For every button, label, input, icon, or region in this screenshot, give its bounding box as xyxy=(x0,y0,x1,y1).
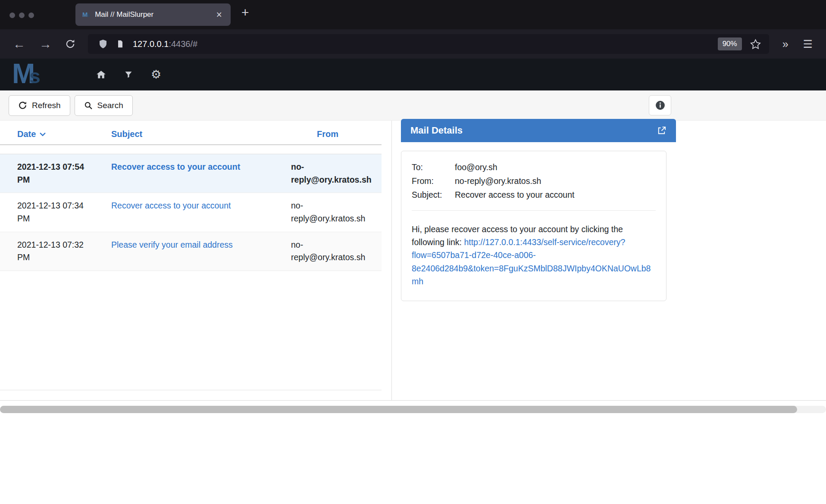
shield-icon[interactable] xyxy=(94,38,112,50)
mail-body: Hi, please recover access to your accoun… xyxy=(412,223,656,288)
external-link-icon[interactable] xyxy=(657,126,666,136)
settings-button[interactable]: ⚙ xyxy=(146,69,166,81)
search-label: Search xyxy=(97,101,123,110)
to-value: foo@ory.sh xyxy=(455,162,656,172)
mail-date: 2021-12-13 07:34 PM xyxy=(17,199,111,225)
gear-icon: ⚙ xyxy=(151,69,161,81)
page-info-icon[interactable] xyxy=(112,39,128,49)
column-header-date[interactable]: Date xyxy=(17,129,111,139)
window-control-dot[interactable] xyxy=(28,12,34,18)
mail-date: 2021-12-13 07:54 PM xyxy=(17,161,111,186)
info-icon xyxy=(655,100,666,111)
mail-list: Date Subject From 2021-12-13 07:54 PM Re… xyxy=(0,121,382,390)
app-navbar: M s ⚙ xyxy=(0,59,826,90)
subject-label: Subject: xyxy=(412,190,455,200)
mail-subject-link[interactable]: Recover access to your account xyxy=(111,199,291,225)
mailslurper-favicon-icon: Ms xyxy=(82,11,90,19)
mail-subject-link[interactable]: Please verify your email address xyxy=(111,239,291,264)
column-header-subject: Subject xyxy=(111,129,291,139)
main-content: Date Subject From 2021-12-13 07:54 PM Re… xyxy=(0,121,826,401)
filter-icon xyxy=(124,70,133,79)
mail-date: 2021-12-13 07:32 PM xyxy=(17,239,111,264)
mail-row[interactable]: 2021-12-13 07:34 PM Recover access to yo… xyxy=(0,193,382,232)
mail-list-header: Date Subject From xyxy=(0,121,382,145)
mail-details-header: Mail Details xyxy=(401,119,676,142)
from-value: no-reply@ory.kratos.sh xyxy=(455,176,656,186)
action-bar: Refresh Search xyxy=(0,90,826,121)
reload-icon xyxy=(65,38,76,50)
sort-chevron-down-icon xyxy=(39,131,47,138)
mail-from: no-reply@ory.kratos.sh xyxy=(291,199,369,225)
browser-toolbar: ← → 127.0.0.1:4436/# 90% » ☰ xyxy=(0,29,826,59)
zoom-indicator[interactable]: 90% xyxy=(718,37,742,50)
window-control-dot[interactable] xyxy=(19,12,25,18)
tab-close-icon[interactable]: × xyxy=(215,9,224,21)
mail-details-panel: Mail Details To: foo@ory.sh From: no-rep… xyxy=(401,119,676,301)
filter-button[interactable] xyxy=(119,70,138,79)
horizontal-scrollbar[interactable] xyxy=(0,406,826,413)
mail-row[interactable]: 2021-12-13 07:32 PM Please verify your e… xyxy=(0,232,382,271)
mailslurper-logo: M s xyxy=(12,62,83,88)
tab-title: Mail // MailSlurper xyxy=(95,10,214,19)
home-icon xyxy=(95,69,107,80)
menu-hamburger-icon[interactable]: ☰ xyxy=(796,38,820,50)
toolbar-overflow-icon[interactable]: » xyxy=(775,38,796,50)
refresh-button[interactable]: Refresh xyxy=(9,95,70,116)
url-text: 127.0.0.1:4436/# xyxy=(133,39,718,49)
panel-divider xyxy=(391,121,392,401)
to-label: To: xyxy=(412,162,455,172)
mail-rows: 2021-12-13 07:54 PM Recover access to yo… xyxy=(0,154,382,271)
horizontal-scrollbar-thumb[interactable] xyxy=(0,406,797,413)
mail-details-card: To: foo@ory.sh From: no-reply@ory.kratos… xyxy=(401,151,666,301)
refresh-icon xyxy=(18,101,27,110)
refresh-label: Refresh xyxy=(32,101,61,110)
new-tab-button[interactable]: + xyxy=(238,5,253,20)
browser-tab-strip: Ms Mail // MailSlurper × + xyxy=(0,0,826,29)
mail-meta: To: foo@ory.sh From: no-reply@ory.kratos… xyxy=(412,162,656,200)
search-icon xyxy=(84,101,93,110)
mail-from: no-reply@ory.kratos.sh xyxy=(291,161,372,186)
card-divider xyxy=(412,210,656,211)
home-button[interactable] xyxy=(91,69,111,80)
bookmark-star-icon[interactable] xyxy=(748,38,763,50)
browser-tab[interactable]: Ms Mail // MailSlurper × xyxy=(75,3,231,26)
reload-button[interactable] xyxy=(59,38,82,50)
search-button[interactable]: Search xyxy=(75,95,133,116)
mail-details-title: Mail Details xyxy=(410,125,463,136)
from-label: From: xyxy=(412,176,455,186)
forward-button[interactable]: → xyxy=(32,38,59,50)
column-header-from: From xyxy=(291,129,369,139)
url-bar[interactable]: 127.0.0.1:4436/# 90% xyxy=(88,34,769,54)
mail-subject-link[interactable]: Recover access to your account xyxy=(111,161,291,186)
back-button[interactable]: ← xyxy=(6,38,32,50)
mail-from: no-reply@ory.kratos.sh xyxy=(291,239,369,264)
subject-value: Recover access to your account xyxy=(455,190,656,200)
info-button[interactable] xyxy=(649,95,671,115)
window-control-dot[interactable] xyxy=(9,12,15,18)
window-controls xyxy=(9,12,34,18)
mail-row[interactable]: 2021-12-13 07:54 PM Recover access to yo… xyxy=(0,154,382,193)
